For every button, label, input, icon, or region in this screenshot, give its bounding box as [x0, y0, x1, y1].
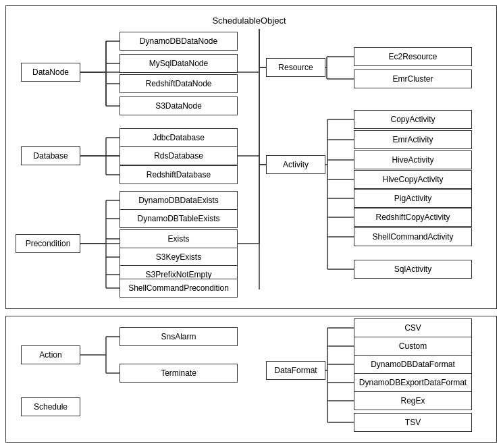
schedulable-object-label: SchedulableObject [182, 11, 317, 29]
dynamo-db-table-exists-box: DynamoDBTableExists [120, 209, 238, 228]
custom-box: Custom [354, 337, 472, 356]
action-box: Action [21, 345, 80, 364]
schedule-box: Schedule [21, 397, 80, 416]
dynamo-db-data-node-box: DynamoDBDataNode [120, 32, 238, 51]
mysql-data-node-box: MySqlDataNode [120, 54, 238, 73]
rds-database-box: RdsDatabase [120, 146, 238, 165]
data-format-box: DataFormat [266, 361, 325, 380]
resource-box: Resource [266, 58, 325, 77]
redshift-data-node-box: RedshiftDataNode [120, 74, 238, 93]
ec2-resource-box: Ec2Resource [354, 47, 472, 66]
jdbc-database-box: JdbcDatabase [120, 128, 238, 147]
sns-alarm-box: SnsAlarm [120, 327, 238, 346]
shell-command-activity-box: ShellCommandActivity [354, 227, 472, 246]
emr-activity-box: EmrActivity [354, 130, 472, 149]
hive-activity-box: HiveActivity [354, 150, 472, 169]
dynamo-db-data-format-box: DynamoDBDataFormat [354, 355, 472, 374]
precondition-box: Precondition [16, 234, 80, 253]
hive-copy-activity-box: HiveCopyActivity [354, 170, 472, 189]
tsv-box: TSV [354, 413, 472, 432]
shell-command-precondition-box: ShellCommandPrecondition [120, 279, 238, 298]
sql-activity-box: SqlActivity [354, 260, 472, 279]
emr-cluster-box: EmrCluster [354, 69, 472, 88]
pig-activity-box: PigActivity [354, 189, 472, 208]
section-bottom: Action SnsAlarm Terminate Schedule DataF… [5, 316, 497, 443]
datanode-box: DataNode [21, 63, 80, 82]
diagram-container: SchedulableObject DataNode DynamoDBDataN… [0, 0, 503, 448]
activity-box: Activity [266, 155, 325, 174]
database-box: Database [21, 146, 80, 165]
exists-box: Exists [120, 229, 238, 248]
dynamo-db-data-exists-box: DynamoDBDataExists [120, 191, 238, 210]
redshift-database-box: RedshiftDatabase [120, 165, 238, 184]
redshift-copy-activity-box: RedshiftCopyActivity [354, 208, 472, 227]
copy-activity-box: CopyActivity [354, 110, 472, 129]
section-top: SchedulableObject DataNode DynamoDBDataN… [5, 5, 497, 309]
dynamo-db-export-data-format-box: DynamoDBExportDataFormat [354, 373, 472, 392]
regex-box: RegEx [354, 391, 472, 410]
terminate-box: Terminate [120, 364, 238, 383]
s3-data-node-box: S3DataNode [120, 96, 238, 115]
s3-key-exists-box: S3KeyExists [120, 248, 238, 267]
csv-box: CSV [354, 318, 472, 337]
